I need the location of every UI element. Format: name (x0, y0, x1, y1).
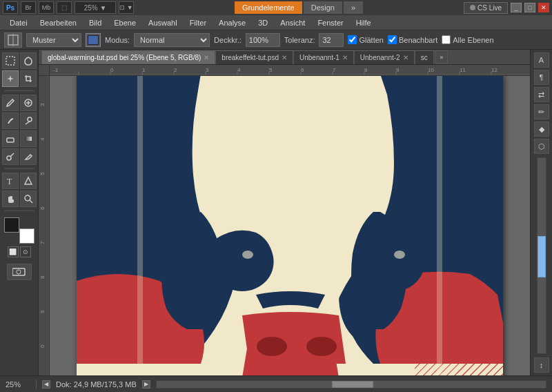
text-tool[interactable]: T (2, 173, 19, 189)
benachbart-check[interactable]: Benachbart (388, 35, 437, 44)
zoom-icon[interactable]: 25% ▼ (75, 1, 116, 14)
right-tool-6[interactable]: ⬡ (534, 139, 549, 154)
cs-live-label: CS Live (477, 4, 502, 12)
tab-close-4[interactable]: ✕ (403, 54, 408, 61)
glaetten-check[interactable]: Glätten (348, 35, 383, 44)
title-bar: Ps Br Mb ⬚ 25% ▼ ⊡ ▼ Grundelemente Desig… (0, 0, 552, 15)
tab-global-warming[interactable]: global-warming-tut.psd bei 25% (Ebene 5,… (41, 50, 215, 64)
svg-point-59 (230, 244, 257, 274)
menu-datei[interactable]: Datei (4, 17, 33, 28)
svg-line-13 (30, 200, 32, 203)
quick-mask[interactable]: ⊙ (20, 246, 31, 257)
tabs-overflow[interactable]: » (435, 50, 448, 64)
svg-point-63 (257, 337, 287, 356)
svg-text:10: 10 (428, 67, 434, 73)
shape-tool[interactable] (20, 173, 37, 189)
svg-text:3: 3 (206, 67, 209, 73)
marquee-tool[interactable] (2, 52, 19, 69)
right-tool-5[interactable]: ◆ (534, 121, 549, 137)
standard-mode[interactable]: ⬜ (8, 246, 19, 257)
scroll-thumb-horizontal[interactable] (332, 381, 373, 388)
dodge-tool[interactable] (2, 148, 19, 165)
right-tool-7[interactable]: ↕ (534, 357, 549, 373)
stamp-tool[interactable] (20, 112, 37, 129)
svg-point-64 (306, 337, 337, 356)
tab-close-2[interactable]: ✕ (282, 54, 287, 61)
menu-filter[interactable]: Filter (184, 17, 212, 28)
tab-unbenannt1[interactable]: Unbenannt-1 ✕ (293, 50, 354, 64)
preset-dropdown[interactable]: Muster (26, 33, 81, 47)
modus-dropdown[interactable]: Normal (134, 33, 210, 47)
left-toolbar: T ⬜ ⊙ (0, 50, 39, 375)
tool-row-3 (1, 95, 37, 111)
menu-auswahl[interactable]: Auswahl (143, 17, 183, 28)
menu-bearbeiten[interactable]: Bearbeiten (34, 17, 82, 28)
heal-tool[interactable] (20, 95, 37, 111)
tab-unbenannt2[interactable]: Unbenannt-2 ✕ (354, 50, 415, 64)
right-tool-4[interactable]: ✏ (534, 104, 549, 119)
pen-tool[interactable] (20, 148, 37, 165)
svg-text:4: 4 (237, 67, 241, 73)
cs-live-button[interactable]: CS Live (464, 2, 508, 14)
close-button[interactable]: ✕ (538, 3, 549, 12)
svg-rect-7 (7, 138, 14, 142)
canvas-viewport[interactable] (50, 76, 530, 375)
background-color[interactable] (19, 228, 34, 244)
canvas-content: -1 0 1 2 3 4 5 6 7 (39, 65, 530, 375)
tab-close-3[interactable]: ✕ (342, 54, 348, 61)
menu-3d[interactable]: 3D (253, 17, 273, 28)
tool-preset-icon[interactable]: ⬚ (57, 1, 72, 14)
gradient-tool[interactable] (20, 130, 37, 147)
view-icon[interactable]: ⊡ ▼ (119, 1, 134, 14)
hand-tool[interactable] (2, 190, 19, 207)
svg-point-61 (382, 244, 409, 274)
scroll-track-horizontal[interactable] (156, 380, 546, 389)
wand-tool[interactable] (2, 70, 19, 87)
eyedropper-tool[interactable] (2, 95, 19, 111)
eraser-tool[interactable] (2, 130, 19, 147)
status-separator (36, 380, 37, 389)
foreground-color[interactable] (4, 217, 19, 233)
svg-rect-16 (50, 65, 530, 76)
brush-tool[interactable] (2, 112, 19, 129)
color-swatch[interactable] (86, 33, 101, 47)
cs-live-dot (470, 5, 475, 10)
tab-sc[interactable]: sc (415, 50, 434, 64)
minimize-button[interactable]: _ (511, 3, 522, 12)
right-tool-3[interactable]: ⇄ (534, 87, 549, 102)
mb-icon[interactable]: Mb (39, 1, 54, 14)
status-nav-right[interactable]: ▶ (142, 380, 150, 389)
character-panel-btn[interactable]: A (534, 52, 549, 68)
status-nav-left[interactable]: ◀ (42, 380, 50, 389)
menu-ansicht[interactable]: Ansicht (275, 17, 310, 28)
crop-tool[interactable] (20, 70, 37, 87)
paragraph-panel-btn[interactable]: ¶ (534, 70, 549, 85)
menu-ebene[interactable]: Ebene (108, 17, 141, 28)
tool-row-screen (1, 262, 37, 280)
scroll-thumb-vertical[interactable] (538, 236, 546, 277)
menu-hilfe[interactable]: Hilfe (351, 17, 377, 28)
right-toolbar: A ¶ ⇄ ✏ ◆ ⬡ ↕ (530, 50, 552, 375)
workspace-design[interactable]: Design (304, 1, 342, 14)
tool-sep-1 (4, 90, 34, 91)
workspace-grundelemente[interactable]: Grundelemente (235, 1, 302, 14)
menu-fenster[interactable]: Fenster (312, 17, 348, 28)
svg-point-60 (242, 251, 253, 259)
svg-text:6: 6 (301, 67, 304, 73)
maximize-button[interactable]: □ (524, 3, 535, 12)
scroll-track-vertical[interactable] (537, 157, 546, 354)
deckkr-input[interactable] (246, 33, 280, 47)
tool-row-5 (1, 130, 37, 147)
lasso-tool[interactable] (20, 52, 37, 69)
alle-ebenen-check[interactable]: Alle Ebenen (442, 35, 493, 44)
menu-bild[interactable]: Bild (83, 17, 107, 28)
toleranz-label: Toleranz: (284, 36, 315, 44)
zoom-tool[interactable] (20, 190, 37, 207)
tab-close-1[interactable]: ✕ (204, 54, 209, 61)
workspace-overflow[interactable]: » (344, 1, 363, 14)
br-icon[interactable]: Br (21, 1, 36, 14)
menu-analyse[interactable]: Analyse (213, 17, 251, 28)
toleranz-input[interactable] (319, 33, 344, 47)
tab-breakeffekt[interactable]: breakeffekt-tut.psd ✕ (215, 50, 293, 64)
screen-mode[interactable] (7, 264, 32, 280)
